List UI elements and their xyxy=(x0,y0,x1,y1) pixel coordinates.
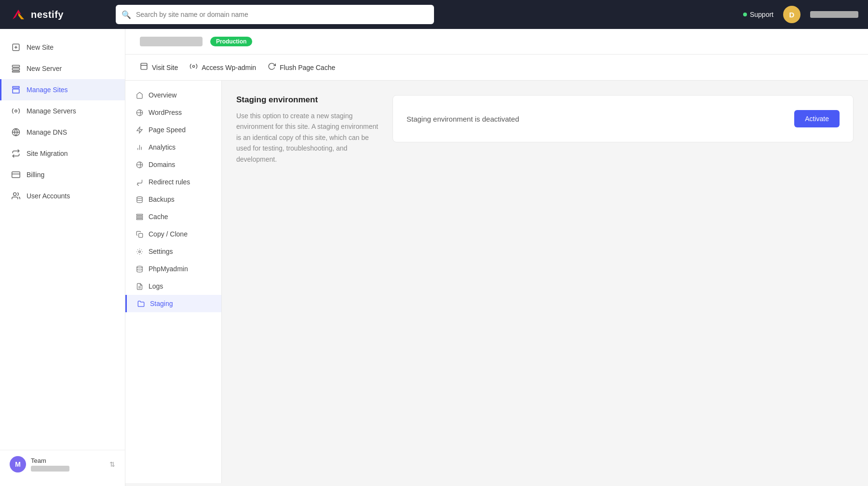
support-link[interactable]: Support xyxy=(743,11,773,18)
flush-cache-icon xyxy=(268,62,276,72)
domains-icon xyxy=(135,161,144,168)
staging-status-text: Staging environment is deactivated xyxy=(407,115,519,123)
page-speed-icon xyxy=(135,126,144,134)
sub-nav-redirect-rules[interactable]: Redirect rules xyxy=(125,173,221,191)
svg-rect-28 xyxy=(138,233,142,237)
logo-text: nestify xyxy=(31,9,64,20)
sub-nav-analytics-label: Analytics xyxy=(149,143,176,151)
svg-rect-8 xyxy=(13,71,20,72)
sub-nav-domains-label: Domains xyxy=(149,161,175,168)
activate-button[interactable]: Activate xyxy=(794,110,840,127)
search-input[interactable] xyxy=(116,5,434,24)
analytics-icon xyxy=(135,144,144,151)
wp-admin-icon xyxy=(190,62,198,72)
sub-nav-overview-label: Overview xyxy=(149,91,176,99)
sidebar-label-billing: Billing xyxy=(27,171,44,179)
page-header: Production xyxy=(125,29,868,55)
team-switcher[interactable]: M Team ⇅ xyxy=(0,450,125,478)
sub-nav-backups[interactable]: Backups xyxy=(125,191,221,208)
user-name-blurred xyxy=(810,11,858,18)
overview-icon xyxy=(135,92,144,99)
production-badge: Production xyxy=(210,37,252,46)
sub-nav-cache-label: Cache xyxy=(149,213,168,221)
sidebar-label-new-site: New Site xyxy=(27,43,54,51)
team-info: Team xyxy=(31,457,69,472)
topnav: nestify 🔍 Support D xyxy=(0,0,868,29)
sidebar-item-site-migration[interactable]: Site Migration xyxy=(0,143,125,164)
sub-nav-domains[interactable]: Domains xyxy=(125,156,221,173)
flush-page-cache-button[interactable]: Flush Page Cache xyxy=(268,59,335,75)
sidebar-label-site-migration: Site Migration xyxy=(27,150,68,157)
flush-page-cache-label: Flush Page Cache xyxy=(280,64,335,71)
topnav-right: Support D xyxy=(743,6,858,23)
user-accounts-icon xyxy=(11,191,21,201)
sidebar-item-manage-dns[interactable]: Manage DNS xyxy=(0,122,125,143)
backups-icon xyxy=(135,196,144,203)
sidebar-item-manage-sites[interactable]: Manage Sites xyxy=(0,79,125,100)
phpmyadmin-icon xyxy=(135,265,144,273)
access-wp-admin-button[interactable]: Access Wp-admin xyxy=(190,59,256,75)
support-status-dot xyxy=(743,13,747,16)
sidebar-item-new-site[interactable]: New Site xyxy=(0,37,125,58)
cache-icon xyxy=(135,213,144,221)
nestify-logo-icon xyxy=(10,6,27,23)
redirect-rules-icon xyxy=(135,179,144,186)
billing-icon xyxy=(11,170,21,180)
sidebar-item-new-server[interactable]: New Server xyxy=(0,58,125,79)
site-migration-icon xyxy=(11,149,21,158)
access-wp-admin-label: Access Wp-admin xyxy=(202,64,256,71)
chevron-up-down-icon: ⇅ xyxy=(109,460,115,468)
user-initial: D xyxy=(789,11,795,19)
svg-rect-6 xyxy=(13,65,20,67)
svg-rect-7 xyxy=(13,68,20,70)
sub-nav-wordpress[interactable]: WordPress xyxy=(125,104,221,121)
manage-servers-icon xyxy=(11,106,21,116)
visit-site-label: Visit Site xyxy=(152,64,178,71)
sidebar-label-manage-servers: Manage Servers xyxy=(27,107,76,115)
sub-nav-staging[interactable]: Staging xyxy=(125,295,221,312)
sub-nav-logs[interactable]: Logs xyxy=(125,278,221,295)
svg-point-24 xyxy=(136,196,142,198)
sub-nav-analytics[interactable]: Analytics xyxy=(125,139,221,156)
svg-point-30 xyxy=(136,266,142,268)
sub-nav: Overview WordPress Page Speed xyxy=(125,81,222,483)
new-server-icon xyxy=(11,64,21,73)
search-icon: 🔍 xyxy=(122,10,131,19)
logs-icon xyxy=(135,283,144,290)
team-blurred xyxy=(31,466,69,472)
sidebar-label-manage-dns: Manage DNS xyxy=(27,128,67,136)
sub-nav-backups-label: Backups xyxy=(149,195,175,203)
copy-clone-icon xyxy=(135,231,144,238)
svg-marker-18 xyxy=(136,127,142,133)
manage-dns-icon xyxy=(11,127,21,137)
sub-nav-phpmyadmin-label: PhpMyadmin xyxy=(149,265,188,273)
sub-nav-page-speed-label: Page Speed xyxy=(149,126,186,134)
staging-title: Staging environment xyxy=(236,95,381,105)
visit-site-button[interactable]: Visit Site xyxy=(140,59,178,75)
sub-nav-copy-clone-label: Copy / Clone xyxy=(149,230,188,238)
search-bar-container: 🔍 xyxy=(116,5,434,24)
sidebar-item-user-accounts[interactable]: User Accounts xyxy=(0,185,125,207)
svg-point-9 xyxy=(15,110,17,112)
sidebar-item-billing[interactable]: Billing xyxy=(0,164,125,185)
staging-description: Use this option to create a new staging … xyxy=(236,111,381,165)
sub-nav-overview[interactable]: Overview xyxy=(125,86,221,104)
sub-nav-page-speed[interactable]: Page Speed xyxy=(125,121,221,139)
sidebar: New Site New Server Manage Sites Manage … xyxy=(0,29,125,486)
sub-nav-settings-label: Settings xyxy=(149,248,173,255)
logo-area: nestify xyxy=(10,6,106,23)
sub-nav-phpmyadmin[interactable]: PhpMyadmin xyxy=(125,260,221,278)
sidebar-item-manage-servers[interactable]: Manage Servers xyxy=(0,100,125,122)
user-avatar[interactable]: D xyxy=(783,6,800,23)
sub-nav-settings[interactable]: Settings xyxy=(125,243,221,260)
team-name: Team xyxy=(31,457,69,464)
sub-nav-logs-label: Logs xyxy=(149,282,163,290)
sidebar-label-new-server: New Server xyxy=(27,65,62,72)
action-bar: Visit Site Access Wp-admin Flush Page Ca… xyxy=(125,55,868,81)
new-site-icon xyxy=(11,42,21,52)
sub-nav-cache[interactable]: Cache xyxy=(125,208,221,225)
sub-nav-wordpress-label: WordPress xyxy=(149,109,182,116)
sub-nav-copy-clone[interactable]: Copy / Clone xyxy=(125,225,221,243)
visit-site-icon xyxy=(140,62,148,72)
team-avatar: M xyxy=(10,456,26,472)
